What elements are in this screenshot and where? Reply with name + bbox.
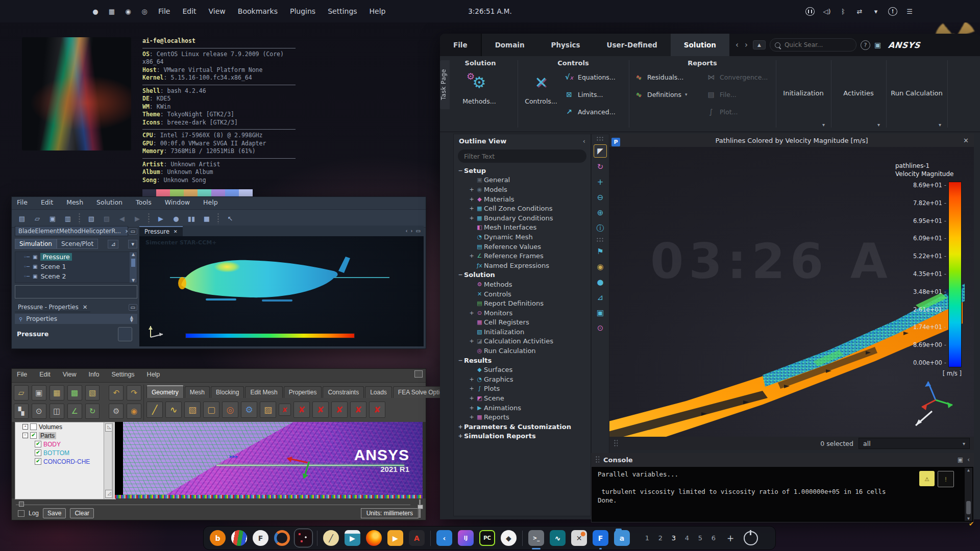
expander-icon[interactable]: + [468, 186, 475, 193]
open-mesh-icon[interactable]: ▩ [67, 385, 82, 400]
expander-icon[interactable]: − [22, 433, 28, 438]
axes-tool-icon[interactable]: ⊿ [594, 291, 606, 304]
ribbon-collapse-button[interactable] [753, 40, 766, 49]
pressure-scene-tab[interactable]: Pressure [139, 226, 183, 236]
view-sphere-tool-icon[interactable]: ● [594, 276, 606, 288]
tree-view-icon[interactable]: ⊿ [108, 240, 118, 248]
taskbar-acrobat-reader-icon[interactable]: A [409, 530, 425, 546]
outline-item-general[interactable]: ▣General [454, 176, 591, 185]
visibility-tool-icon[interactable]: ⊙ [594, 322, 606, 334]
transform-tool-icon[interactable]: ⚙ [241, 402, 257, 418]
run-simulation-icon[interactable]: ▶ [156, 215, 166, 222]
workspace-1[interactable]: 1 [641, 534, 654, 542]
document-icon[interactable] [874, 41, 881, 49]
taskbar-media-player-icon[interactable]: ▶ [387, 530, 403, 546]
icem-menu-settings[interactable]: Settings [111, 371, 134, 380]
limits-button[interactable]: Limits... [564, 88, 603, 101]
new-simulation-icon[interactable]: ▤ [17, 215, 27, 222]
expander-icon[interactable]: + [468, 196, 475, 203]
icem-menu-file[interactable]: File [17, 371, 27, 380]
collapse-panel-icon[interactable] [583, 137, 585, 145]
tab-file[interactable]: File [440, 34, 482, 56]
mini-slider[interactable] [112, 423, 113, 498]
zoom-out-tool-icon[interactable]: ⊖ [594, 191, 606, 204]
volume-icon[interactable]: ◁) [823, 8, 831, 15]
save-all-icon[interactable]: ▥ [63, 215, 73, 222]
outline-item-results[interactable]: −Results [454, 356, 591, 365]
starccm-menu-mesh[interactable]: Mesh [66, 198, 83, 208]
controls-button[interactable]: Controls... [521, 71, 561, 106]
taskbar-plot-tool-app-icon[interactable]: ∿ [550, 530, 566, 546]
tab-solution[interactable]: Solution [671, 34, 729, 56]
tree-checkbox[interactable]: ✔ [35, 441, 41, 447]
copy-icon[interactable]: ▧ [86, 215, 96, 222]
material-barrel-icon[interactable]: ◉ [127, 404, 141, 419]
close-icon[interactable] [963, 137, 969, 144]
minimize-icon[interactable] [129, 304, 137, 311]
annotate-flag-tool-icon[interactable]: ⚑ [594, 245, 606, 258]
import-model-icon[interactable]: ▧ [85, 385, 100, 400]
menu-view[interactable]: View [209, 7, 226, 15]
expander-icon[interactable]: + [468, 253, 475, 259]
outline-item-graphics[interactable]: +◔Graphics [454, 374, 591, 384]
zoom-window-icon[interactable]: ⊙ [32, 404, 46, 419]
outline-item-initialization[interactable]: ▧Initialization [454, 327, 591, 337]
expander-icon[interactable]: + [468, 215, 475, 221]
ribbon-group-activities[interactable]: Activities [832, 56, 885, 132]
outline-item-models[interactable]: +◉Models [454, 185, 591, 194]
taskbar-blender-icon[interactable]: b [210, 530, 226, 546]
tab-user-defined[interactable]: User-Defined [594, 34, 671, 56]
tree-scroll-strip[interactable]: ◺ ◿ [104, 422, 116, 499]
minimize-icon[interactable] [129, 228, 137, 235]
outline-item-simulation-reports[interactable]: +Simulation Reports [454, 432, 591, 441]
icem-tree-item-bottom[interactable]: ✔BOTTOM [15, 448, 104, 457]
refresh-view-icon[interactable]: ↻ [85, 404, 100, 419]
network-link-icon[interactable]: ⇄ [855, 8, 864, 15]
toolbar-grip[interactable] [596, 136, 604, 141]
outline-item-materials[interactable]: +◆Materials [454, 194, 591, 204]
taskbar-f-engineering-app-icon[interactable]: F [253, 530, 268, 546]
fit-window-icon[interactable]: ▚ [14, 404, 29, 419]
toolbar-grip[interactable] [596, 237, 604, 242]
prev-tab-icon[interactable] [406, 228, 408, 234]
equations-button[interactable]: Equations... [564, 70, 616, 84]
outline-item-plots[interactable]: +∫Plots [454, 384, 591, 394]
taskbar-media-stripes-icon[interactable] [231, 530, 247, 546]
log-checkbox[interactable] [18, 510, 24, 517]
expander-icon[interactable]: + [468, 205, 475, 212]
save-button[interactable]: Save [43, 508, 66, 518]
menu-edit[interactable]: Edit [182, 7, 196, 15]
paste-icon[interactable]: ▨ [102, 215, 112, 222]
save-project-icon[interactable]: ▣ [32, 385, 46, 400]
convergence-button[interactable]: Convergence... [706, 70, 768, 84]
power-button[interactable] [744, 531, 758, 545]
icem-tab-properties[interactable]: Properties [284, 386, 322, 398]
starccm-menu-file[interactable]: File [17, 198, 28, 208]
icem-tree-item-parts[interactable]: −✔Parts [15, 431, 104, 440]
outline-item-animations[interactable]: +▶Animations [454, 403, 591, 413]
outline-item-methods[interactable]: ⚙Methods [454, 280, 591, 289]
tree-scrollbar[interactable] [130, 252, 137, 283]
expander-icon[interactable]: + [468, 338, 475, 344]
starccm-menu-solution[interactable]: Solution [96, 198, 122, 208]
ribbon-group-run-calculation[interactable]: Run Calculation [887, 56, 946, 132]
taskbar-vscode-icon[interactable]: ‹ [436, 530, 452, 546]
open-geometry-icon[interactable]: ▦ [50, 385, 64, 400]
tree-checkbox[interactable]: ✔ [35, 458, 41, 465]
scroll-up-icon[interactable] [967, 468, 970, 472]
delete-all-tool-icon[interactable]: ✘ [369, 402, 385, 418]
float-panel-icon[interactable] [958, 456, 963, 463]
launcher-settings-icon[interactable]: ◎ [140, 8, 149, 15]
select-pointer-tool-icon[interactable]: ◤ [594, 144, 607, 158]
residuals-button[interactable]: Residuals... [633, 70, 683, 84]
scrollbar-thumb[interactable] [966, 501, 971, 514]
icem-tab-edit-mesh[interactable]: Edit Mesh [245, 386, 282, 398]
tab-scroll-right-icon[interactable] [744, 40, 749, 49]
icem-tree-item-body[interactable]: ✔BODY [15, 440, 104, 448]
console-scrollbar[interactable] [965, 468, 972, 521]
methods-button[interactable]: Methods... [459, 71, 499, 106]
outline-item-controls[interactable]: ✕Controls [454, 289, 591, 299]
collapse-panel-icon[interactable] [967, 456, 970, 463]
delete-body-tool-icon[interactable]: ✘ [331, 402, 348, 418]
expander-icon[interactable]: + [457, 423, 464, 430]
